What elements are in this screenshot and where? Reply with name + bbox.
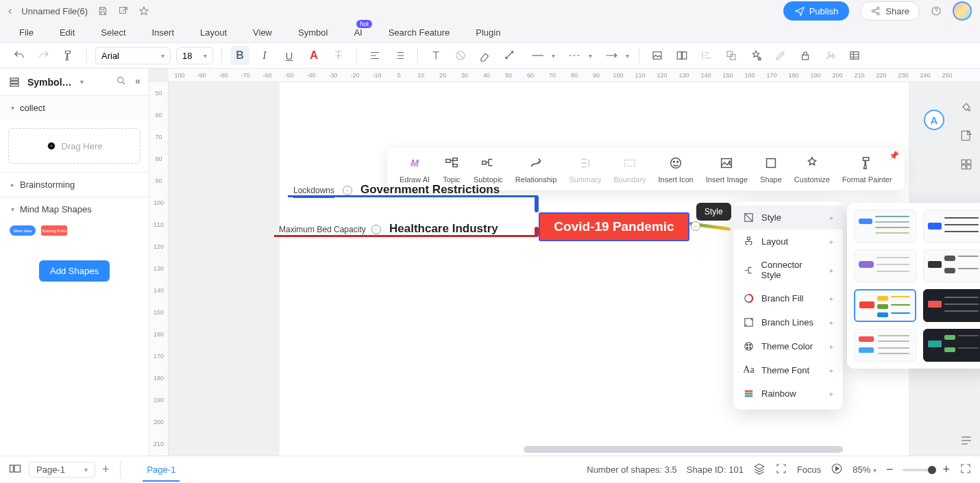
bold-button[interactable]: B — [230, 46, 249, 65]
focus-icon[interactable] — [775, 462, 787, 477]
menu-layout[interactable]: Layout — [200, 27, 227, 38]
ctx-shape[interactable]: Shape — [760, 155, 782, 184]
layers-icon[interactable] — [753, 462, 765, 477]
dd-rainbow[interactable]: Rainbow▸ — [733, 382, 843, 406]
outline-icon[interactable] — [959, 434, 973, 450]
page-tab-1[interactable]: Page-1 — [143, 458, 180, 482]
ctx-insert-icon[interactable]: Insert Icon — [659, 155, 694, 184]
lock-button[interactable] — [796, 46, 815, 65]
menu-view[interactable]: View — [253, 27, 272, 38]
fontsize-select[interactable]: 18▾ — [176, 47, 213, 64]
dd-branch-lines[interactable]: Branch Lines▸ — [733, 310, 843, 334]
menu-select[interactable]: Select — [101, 27, 125, 38]
clear-format-button[interactable] — [451, 46, 470, 65]
node-lockdowns[interactable]: Lockdowns — [293, 186, 334, 198]
fill-tool-icon[interactable] — [959, 100, 973, 116]
ctx-customize[interactable]: Customize — [794, 155, 830, 184]
arrow-style-button[interactable]: ▾ — [599, 46, 630, 65]
add-page-button[interactable]: + — [102, 462, 110, 477]
collapse-handle-3[interactable]: − — [691, 221, 700, 231]
fullscreen-icon[interactable] — [959, 462, 972, 477]
line-style-button[interactable]: ▾ — [525, 46, 556, 65]
shape-main-idea[interactable]: Main Idea — [10, 225, 36, 236]
back-button[interactable]: ‹ — [8, 5, 12, 17]
style-thumb-3[interactable] — [854, 249, 916, 282]
menu-symbol[interactable]: Symbol — [298, 27, 328, 38]
ctx-format-painter[interactable]: Format Painter — [842, 155, 892, 184]
note-tool-icon[interactable] — [959, 129, 973, 145]
textbox-button[interactable] — [426, 46, 445, 65]
zoom-level[interactable]: 85% ▾ — [853, 465, 877, 475]
zoom-in[interactable]: + — [942, 462, 950, 477]
present-icon[interactable] — [831, 462, 843, 477]
sidebar-section-mindmap[interactable]: ▾Mind Map Shapes — [0, 197, 149, 221]
dd-style[interactable]: Style▸ — [733, 206, 843, 230]
edit-button[interactable] — [771, 46, 790, 65]
undo-button[interactable] — [10, 46, 29, 65]
dd-branch-fill[interactable]: Branch Fill▸ — [733, 286, 843, 310]
list-button[interactable] — [390, 46, 409, 65]
menu-insert[interactable]: Insert — [152, 27, 175, 38]
search-icon[interactable] — [116, 75, 127, 88]
group-button[interactable] — [722, 46, 741, 65]
sidebar-section-brainstorming[interactable]: ▸Brainstorming — [0, 172, 149, 197]
ctx-subtopic[interactable]: Subtopic — [474, 155, 503, 184]
style-thumb-8[interactable] — [923, 329, 980, 362]
effects-button[interactable] — [746, 46, 765, 65]
connector-button[interactable] — [500, 46, 519, 65]
align-button[interactable] — [365, 46, 384, 65]
ctx-relationship[interactable]: Relationship — [515, 155, 557, 184]
avatar[interactable] — [953, 1, 972, 21]
style-thumb-5[interactable] — [854, 289, 916, 322]
canvas[interactable]: A 📌 MEdraw AI Topic Subtopic Relationshi… — [169, 82, 980, 456]
collapse-icon[interactable]: « — [135, 75, 140, 88]
help-icon[interactable] — [931, 5, 942, 16]
collapse-handle-1[interactable]: − — [343, 186, 352, 195]
table-button[interactable] — [845, 46, 864, 65]
export-icon[interactable] — [118, 5, 129, 16]
shape-starting-point[interactable]: Starting Point — [41, 225, 67, 236]
page-select[interactable]: Page-1▾ — [29, 462, 95, 478]
add-shapes-button[interactable]: Add Shapes — [39, 260, 110, 282]
ctx-edraw-ai[interactable]: MEdraw AI — [400, 155, 430, 184]
node-healthcare[interactable]: Healthcare Industry — [389, 222, 498, 236]
dash-style-button[interactable]: ▾ — [562, 46, 593, 65]
save-icon[interactable] — [97, 5, 108, 16]
grid-tool-icon[interactable] — [959, 158, 973, 174]
italic-button[interactable]: I — [255, 46, 274, 65]
dd-theme-font[interactable]: AaTheme Font▸ — [733, 358, 843, 382]
menu-search[interactable]: Search Feature — [389, 27, 450, 38]
share-button[interactable]: Share — [860, 1, 920, 21]
strike-button[interactable]: T — [329, 46, 348, 65]
dd-theme-color[interactable]: Theme Color▸ — [733, 334, 843, 358]
format-painter-button[interactable] — [59, 46, 78, 65]
publish-button[interactable]: Publish — [783, 1, 850, 21]
pages-panel-icon[interactable] — [8, 462, 22, 478]
style-thumb-6[interactable] — [923, 289, 980, 322]
font-select[interactable]: Arial▾ — [95, 47, 171, 64]
node-bed-capacity[interactable]: Maximum Bed Capacity — [279, 225, 366, 237]
style-thumb-7[interactable] — [854, 329, 916, 362]
pin-icon[interactable]: 📌 — [889, 151, 899, 160]
fontcolor-button[interactable]: A — [304, 46, 323, 65]
highlight-button[interactable] — [476, 46, 495, 65]
node-gov-restrictions[interactable]: Government Restrictions — [360, 183, 500, 197]
dd-connector[interactable]: Connector Style▸ — [733, 253, 843, 286]
central-node[interactable]: Covid-19 Pandemic — [539, 212, 689, 241]
style-thumb-4[interactable] — [923, 249, 980, 282]
zoom-out[interactable]: − — [886, 462, 894, 477]
horizontal-scrollbar[interactable] — [524, 446, 843, 453]
container-button[interactable] — [672, 46, 691, 65]
menu-ai[interactable]: AI hot — [354, 27, 362, 38]
tools-button[interactable] — [820, 46, 840, 65]
style-thumb-2[interactable] — [923, 210, 980, 243]
collapse-handle-2[interactable]: − — [371, 225, 381, 234]
star-icon[interactable] — [138, 5, 149, 16]
underline-button[interactable]: U — [280, 46, 299, 65]
align-obj-button[interactable] — [697, 46, 716, 65]
menu-plugin[interactable]: Plugin — [476, 27, 500, 38]
sidebar-section-collect[interactable]: ▾collect — [0, 96, 149, 120]
zoom-slider[interactable] — [903, 469, 933, 471]
menu-file[interactable]: File — [19, 27, 34, 38]
image-button[interactable] — [648, 46, 667, 65]
